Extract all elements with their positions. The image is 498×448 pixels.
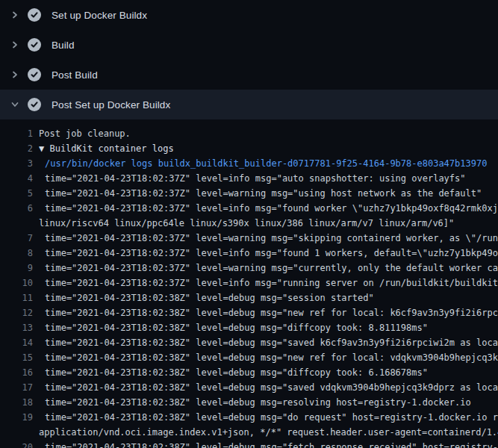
chevron-icon[interactable] (9, 69, 21, 81)
log-line-text: time="2021-04-23T18:02:38Z" level=debug … (45, 410, 498, 425)
log-line-number[interactable]: 9 (0, 261, 33, 276)
log-line-text: /usr/bin/docker logs buildx_buildkit_bui… (45, 156, 487, 171)
log-line: 5 time="2021-04-23T18:02:37Z" level=warn… (0, 186, 498, 201)
step-list: Set up Docker Buildx Build Post Build (0, 0, 498, 119)
log-line: 1 Post job cleanup. (0, 126, 498, 141)
log-line-text: time="2021-04-23T18:02:38Z" level=debug … (45, 365, 428, 380)
log-line-text: time="2021-04-23T18:02:38Z" level=debug … (45, 305, 498, 320)
log-line-text: linux/riscv64 linux/ppc64le linux/s390x … (39, 216, 454, 231)
log-line-text: Post job cleanup. (39, 126, 131, 141)
check-circle-icon (28, 68, 41, 81)
log-line: 16 time="2021-04-23T18:02:38Z" level=deb… (0, 365, 498, 380)
log-line: 7 time="2021-04-23T18:02:37Z" level=warn… (0, 231, 498, 246)
log-line-number[interactable]: 8 (0, 246, 33, 261)
step-log-output: 1 Post job cleanup. 2 ▼ BuildKit contain… (0, 119, 498, 448)
step-name: Post Set up Docker Buildx (52, 99, 170, 111)
log-line-text: time="2021-04-23T18:02:37Z" level=info m… (45, 276, 498, 290)
log-line-number[interactable]: 15 (0, 350, 33, 365)
log-line-number[interactable]: 19 (0, 410, 33, 425)
log-line: 8 time="2021-04-23T18:02:37Z" level=info… (0, 246, 498, 261)
chevron-icon[interactable] (9, 9, 21, 21)
log-line-number[interactable]: 2 (0, 141, 33, 156)
log-line: linux/riscv64 linux/ppc64le linux/s390x … (0, 216, 498, 231)
log-line: 20 time="2021-04-23T18:02:38Z" level=deb… (0, 440, 498, 448)
log-line: 4 time="2021-04-23T18:02:37Z" level=info… (0, 171, 498, 186)
check-circle-icon (28, 98, 41, 111)
log-line-text: time="2021-04-23T18:02:38Z" level=debug … (45, 350, 498, 365)
log-line-text: time="2021-04-23T18:02:38Z" level=debug … (45, 380, 498, 395)
log-line-text: time="2021-04-23T18:02:38Z" level=debug … (45, 320, 428, 335)
log-line-number[interactable]: 6 (0, 201, 33, 216)
log-line-number[interactable]: 18 (0, 395, 33, 410)
log-line-number[interactable]: 5 (0, 186, 33, 201)
log-line-number[interactable]: 12 (0, 305, 33, 320)
log-line-text: time="2021-04-23T18:02:38Z" level=debug … (45, 395, 471, 410)
log-line-number[interactable]: 20 (0, 440, 33, 448)
actions-log-viewer: Set up Docker Buildx Build Post Build (0, 0, 498, 448)
log-line: application/vnd.oci.image.index.v1+json,… (0, 425, 498, 440)
log-line-number[interactable]: 1 (0, 126, 33, 141)
log-line: 3 /usr/bin/docker logs buildx_buildkit_b… (0, 156, 498, 171)
step-name: Set up Docker Buildx (52, 10, 147, 21)
step-section-header[interactable]: Post Set up Docker Buildx (0, 90, 498, 119)
log-line: 15 time="2021-04-23T18:02:38Z" level=deb… (0, 350, 498, 365)
step-section-header[interactable]: Post Build (0, 60, 498, 90)
step-section-header[interactable]: Build (0, 30, 498, 60)
log-line-number[interactable]: 7 (0, 231, 33, 246)
log-line-text: time="2021-04-23T18:02:37Z" level=info m… (45, 171, 466, 186)
log-line-text: time="2021-04-23T18:02:37Z" level=info m… (45, 201, 498, 216)
log-line: 19 time="2021-04-23T18:02:38Z" level=deb… (0, 410, 498, 425)
log-line: 9 time="2021-04-23T18:02:37Z" level=warn… (0, 261, 498, 276)
log-line-text: time="2021-04-23T18:02:38Z" level=debug … (45, 290, 374, 305)
log-line: 17 time="2021-04-23T18:02:38Z" level=deb… (0, 380, 498, 395)
log-line-number[interactable]: 3 (0, 156, 33, 171)
log-line: 14 time="2021-04-23T18:02:38Z" level=deb… (0, 335, 498, 350)
log-line-number[interactable]: 13 (0, 320, 33, 335)
log-line: 10 time="2021-04-23T18:02:37Z" level=inf… (0, 276, 498, 290)
log-line-text: time="2021-04-23T18:02:37Z" level=warnin… (45, 231, 498, 246)
step-name: Build (52, 40, 75, 51)
log-line-number[interactable] (0, 216, 33, 231)
log-line: 12 time="2021-04-23T18:02:38Z" level=deb… (0, 305, 498, 320)
log-line-text: ▼ BuildKit container logs (39, 141, 174, 156)
log-line: 13 time="2021-04-23T18:02:38Z" level=deb… (0, 320, 498, 335)
log-line-number[interactable]: 10 (0, 276, 33, 290)
log-line-number[interactable]: 14 (0, 335, 33, 350)
log-line-number[interactable]: 11 (0, 290, 33, 305)
step-section-header[interactable]: Set up Docker Buildx (0, 0, 498, 30)
log-line: 11 time="2021-04-23T18:02:38Z" level=deb… (0, 290, 498, 305)
log-line: 18 time="2021-04-23T18:02:38Z" level=deb… (0, 395, 498, 410)
step-name: Post Build (52, 69, 98, 81)
chevron-icon[interactable] (9, 99, 21, 111)
log-line-text: time="2021-04-23T18:02:38Z" level=debug … (45, 335, 498, 350)
log-line-text: time="2021-04-23T18:02:37Z" level=warnin… (45, 261, 498, 276)
log-line: 6 time="2021-04-23T18:02:37Z" level=info… (0, 201, 498, 216)
log-line-number[interactable] (0, 425, 33, 440)
chevron-icon[interactable] (9, 39, 21, 51)
log-line-number[interactable]: 17 (0, 380, 33, 395)
log-line-text: time="2021-04-23T18:02:37Z" level=warnin… (45, 186, 482, 201)
log-line-text: time="2021-04-23T18:02:38Z" level=debug … (45, 440, 498, 448)
log-line-text: time="2021-04-23T18:02:37Z" level=info m… (45, 246, 498, 261)
log-line-number[interactable]: 4 (0, 171, 33, 186)
check-circle-icon (28, 38, 41, 52)
log-line-text: application/vnd.oci.image.index.v1+json,… (39, 425, 498, 440)
log-line-number[interactable]: 16 (0, 365, 33, 380)
check-circle-icon (28, 8, 41, 22)
log-line: 2 ▼ BuildKit container logs (0, 141, 498, 156)
